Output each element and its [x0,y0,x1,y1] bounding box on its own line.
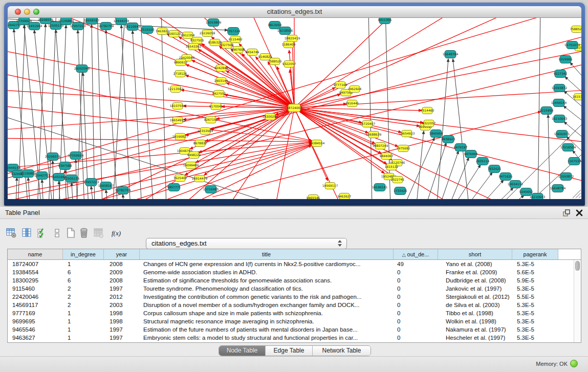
black-edge[interactable] [123,194,124,199]
graph-node[interactable]: 1167533 [568,158,581,165]
graph-node[interactable]: 20053346 [74,65,90,73]
graph-node[interactable]: 12444154 [551,99,567,107]
close-window-icon[interactable] [15,9,21,15]
table-cell[interactable]: 1997 [104,285,140,293]
table-cell[interactable]: 1 [63,325,104,334]
table-cell[interactable]: 18300295 [8,276,63,285]
table-cell[interactable]: 5.6E-5 [512,268,558,276]
table-cell[interactable]: 9699695 [8,317,63,325]
column-header-title[interactable]: title [140,249,394,259]
graph-node[interactable]: 12444154 [114,18,129,25]
table-cell[interactable]: 0 [394,276,438,285]
graph-node[interactable]: 2967608 [231,47,245,53]
column-header-year[interactable]: year [104,249,140,259]
graph-node[interactable]: 19654915 [170,117,186,124]
graph-node[interactable]: 9322057 [422,120,436,127]
graph-node[interactable]: 6479197 [454,144,468,151]
table-cell[interactable]: 0 [394,334,438,342]
graph-node[interactable]: 7588520 [570,26,581,33]
graph-node[interactable]: 15692971 [554,130,570,138]
table-cell[interactable]: Investigating the contribution of common… [140,293,394,301]
graph-node[interactable]: 14569117 [322,183,338,189]
table-cell[interactable]: Estimation of significance thresholds fo… [140,276,394,285]
graph-node[interactable]: 9890612 [174,59,188,66]
graph-node[interactable]: 15751074 [564,41,580,49]
table-row[interactable]: 1830029562008Estimation of significance … [8,276,581,285]
graph-node[interactable]: 2916441 [345,100,359,107]
black-edge[interactable] [425,143,446,199]
table-cell[interactable]: 5.3E-5 [512,334,558,342]
table-cell[interactable]: 2008 [104,260,140,268]
graph-node[interactable]: 8427552 [212,91,226,97]
graph-node[interactable]: 1733426 [394,187,407,195]
table-cell[interactable]: 2 [63,301,104,309]
black-edge[interactable] [491,188,513,199]
graph-node[interactable]: 11451944 [27,23,42,30]
table-cell[interactable]: Disruption of a novel member of a sodium… [140,301,394,309]
graph-node[interactable]: 9777169 [334,82,347,89]
network-canvas[interactable]: 1294275717359924114519442020657612505135… [8,18,581,199]
select-all-rows-button[interactable] [36,227,48,239]
table-cell[interactable]: 9115460 [8,285,63,293]
graph-node[interactable]: 18724007 [287,104,302,112]
black-edge[interactable] [106,30,118,199]
graph-node[interactable]: 1840954 [429,130,443,138]
new-column-button[interactable] [64,227,77,239]
table-cell[interactable]: Franke et al. (2009) [438,268,512,276]
black-edge[interactable] [133,31,142,199]
black-edge[interactable] [505,195,524,199]
table-cell[interactable]: 2003 [104,301,140,309]
black-edge[interactable] [72,183,73,199]
table-cell[interactable]: 1997 [104,334,140,342]
black-edge[interactable] [140,18,154,199]
black-edge[interactable] [477,180,504,199]
graph-node[interactable]: 8454749 [246,49,259,56]
graph-node[interactable]: 16648784 [443,51,459,58]
table-cell[interactable]: 2 [63,293,104,301]
graph-node[interactable]: 2522741 [391,177,405,183]
table-cell[interactable]: Jankovic et al. (1997) [438,285,512,293]
table-row[interactable]: 1456911722003Disruption of a novel membe… [8,301,581,309]
table-cell[interactable]: 5.3E-5 [512,285,558,293]
table-cell[interactable]: 9463627 [8,334,63,342]
table-row[interactable]: 911546021997Tourette syndrome. Phenomeno… [8,285,581,293]
window-titlebar[interactable]: citations_edges.txt [8,6,581,18]
red-edge[interactable] [294,108,368,133]
import-table-button-disabled[interactable] [92,227,104,239]
table-cell[interactable]: 9465546 [8,325,63,334]
table-cell[interactable]: Corpus callosum shape and size in male p… [140,309,394,317]
graph-node[interactable]: 16958167 [98,182,114,190]
table-cell[interactable]: 0 [394,301,438,309]
graph-node[interactable]: 9397588 [58,162,72,170]
graph-node[interactable]: 9463627 [338,193,352,200]
graph-node[interactable]: 12093872 [558,173,574,181]
graph-node[interactable]: 7462604 [348,86,362,93]
graph-node[interactable]: 16782759 [98,23,114,30]
tab-network-table[interactable]: Network Table [313,346,371,356]
table-cell[interactable]: Stergiakouli et al. (2012) [438,293,512,301]
table-cell[interactable]: Changes of HCN gene expression and I(f) … [140,260,394,268]
black-edge[interactable] [368,18,372,199]
table-cell[interactable]: Dudbridge et al. (2008) [438,276,512,285]
column-header-in_degree[interactable]: in_degree [63,249,104,259]
black-edge[interactable] [563,106,581,123]
black-edge[interactable] [565,77,581,95]
table-cell[interactable]: 1997 [104,325,140,334]
graph-node[interactable]: 7588520 [268,58,282,65]
table-row[interactable]: 946554611997Estimation of the future num… [8,325,581,334]
table-cell[interactable]: 18724007 [8,260,63,268]
graph-node[interactable]: 16053809 [206,19,222,27]
tab-edge-table[interactable]: Edge Table [266,346,313,356]
graph-node[interactable]: 14196141 [372,184,388,191]
table-cell[interactable]: 49 [394,260,438,268]
graph-node[interactable]: 12353584 [198,128,213,135]
graph-node[interactable]: 7515520 [141,26,155,34]
black-edge[interactable] [570,62,581,79]
graph-node[interactable]: 12942757 [34,172,50,180]
graph-node[interactable]: 2935114 [476,158,490,165]
table-cell[interactable]: 22420046 [8,293,63,301]
column-header-out_de[interactable]: △out_de... [394,249,438,259]
deselect-all-rows-button[interactable] [51,227,63,239]
table-cell[interactable]: Tourette syndrome. Phenomenology and cla… [140,285,394,293]
graph-node[interactable]: 8938923 [442,136,455,143]
